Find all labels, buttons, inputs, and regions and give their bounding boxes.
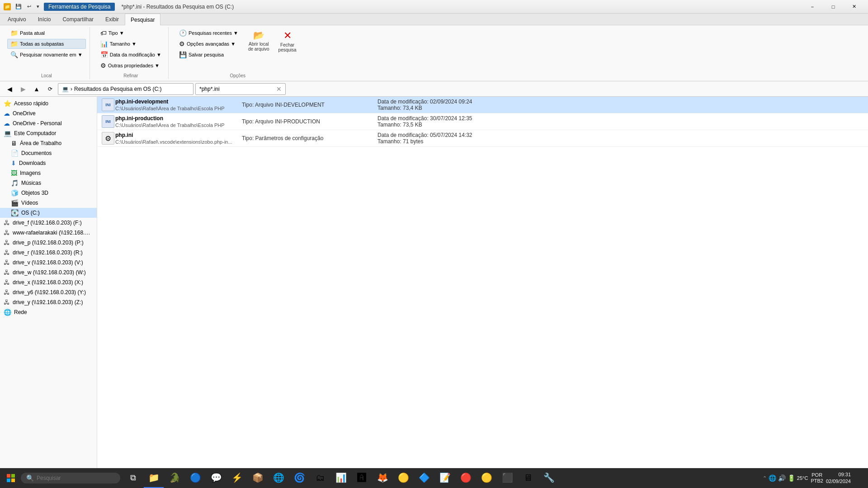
sidebar-item-musicas[interactable]: 🎵 Músicas — [0, 178, 97, 188]
tab-exibir[interactable]: Exibir — [99, 14, 125, 25]
table-row[interactable]: INI php.ini-development C:\Usuários\Rafa… — [97, 97, 868, 113]
file-type-3: Tipo: Parâmetros de configuração — [242, 135, 377, 141]
sidebar-item-rede[interactable]: 🌐 Rede — [0, 307, 97, 317]
data-mod-button[interactable]: 📅 Data da modificação ▼ — [97, 50, 165, 60]
tab-pesquisar[interactable]: Pesquisar — [125, 14, 160, 25]
sidebar-item-onedrive-personal[interactable]: ☁ OneDrive - Personal — [0, 118, 97, 128]
app-btn-4[interactable]: 🔵 — [185, 468, 205, 488]
sidebar-item-drive-x[interactable]: 🖧 drive_x (\\192.168.0.203) (X:) — [0, 277, 97, 287]
search-input[interactable] — [199, 86, 276, 92]
app-icon-3: 🐊 — [169, 472, 180, 483]
todas-subpastas-button[interactable]: 📁 Todas as subpastas — [7, 39, 86, 49]
sidebar-item-acesso-rapido[interactable]: ⭐ Acesso rápido — [0, 99, 97, 108]
sidebar-item-drive-w[interactable]: 🖧 drive_w (\\192.168.0.203) (W:) — [0, 267, 97, 277]
tipo-button[interactable]: 🏷 Tipo ▼ — [97, 28, 165, 38]
app-btn-11[interactable]: 🦊 — [373, 468, 392, 488]
app-btn-3[interactable]: 🐊 — [165, 468, 184, 488]
app-btn-13[interactable]: 📝 — [435, 468, 455, 488]
app-btn-edge[interactable]: 🌀 — [289, 468, 309, 488]
file-name-main-1: php.ini-development — [115, 99, 242, 105]
sidebar-item-area-trabalho[interactable]: 🖥 Área de Trabalho — [0, 138, 97, 148]
opcoes-avancadas-label: Opções avançadas ▼ — [187, 41, 236, 47]
pesquisar-novamente-button[interactable]: 🔍 Pesquisar novamente em ▼ — [7, 50, 86, 60]
windows-logo-icon — [7, 474, 15, 482]
back-button[interactable]: ◀ — [4, 83, 15, 95]
taskbar-search-input[interactable] — [37, 475, 109, 481]
sidebar-item-drive-y6[interactable]: 🖧 drive_y6 (\\192.168.0.203) (Y:) — [0, 287, 97, 297]
ini-icon-2: INI — [102, 115, 114, 128]
forward-button[interactable]: ▶ — [17, 83, 29, 95]
sidebar-item-documentos[interactable]: 📄 Documentos — [0, 148, 97, 158]
up-button[interactable]: ▲ — [31, 83, 42, 95]
app-btn-14[interactable]: 🔴 — [456, 468, 476, 488]
sidebar-item-videos[interactable]: 🎬 Vídeos — [0, 198, 97, 208]
minimize-button[interactable]: − — [802, 0, 823, 14]
app-btn-5[interactable]: 💬 — [206, 468, 226, 488]
sidebar-item-downloads[interactable]: ⬇ Downloads — [0, 158, 97, 168]
search-clear-icon[interactable]: ✕ — [276, 85, 282, 93]
app-btn-8[interactable]: 🗂 — [310, 468, 330, 488]
refresh-button[interactable]: ⟳ — [44, 83, 56, 95]
pesquisas-recentes-button[interactable]: 🕐 Pesquisas recentes ▼ — [176, 28, 241, 38]
maximize-button[interactable]: □ — [823, 0, 844, 14]
quick-access-toolbar: 💾 ↩ ▾ — [14, 3, 41, 10]
sidebar-item-imagens[interactable]: 🖼 Imagens — [0, 168, 97, 178]
tray-battery-icon[interactable]: 🔋 — [788, 474, 795, 482]
sidebar-item-os-c[interactable]: 💽 OS (C:) — [0, 208, 97, 218]
app-btn-17[interactable]: 🔧 — [539, 468, 559, 488]
abrir-local-button[interactable]: 📂 Abrir localde arquivo — [245, 28, 273, 53]
outras-prop-button[interactable]: ⚙ Outras propriedades ▼ — [97, 61, 165, 70]
save-qat-button[interactable]: 💾 — [14, 3, 24, 10]
app-btn-6[interactable]: ⚡ — [227, 468, 247, 488]
close-button[interactable]: ✕ — [844, 0, 864, 14]
sidebar-item-objetos-3d[interactable]: 🧊 Objetos 3D — [0, 188, 97, 198]
tray-network-icon[interactable]: 🌐 — [769, 474, 776, 482]
app-btn-16[interactable]: 🖥 — [518, 468, 538, 488]
salvar-pesquisa-button[interactable]: 💾 Salvar pesquisa — [176, 50, 241, 60]
task-view-button[interactable]: ⧉ — [123, 468, 143, 488]
qat-dropdown-button[interactable]: ▾ — [35, 3, 41, 10]
file-icon-2: INI — [101, 115, 115, 128]
app-btn-10[interactable]: 🅰 — [352, 468, 372, 488]
sidebar-item-drive-v[interactable]: 🖧 drive_v (\\192.168.0.203) (V:) — [0, 258, 97, 267]
file-explorer-button[interactable]: 📁 — [144, 468, 164, 488]
breadcrumb[interactable]: 💻 › Resultados da Pesquisa em OS (C:) — [58, 83, 193, 95]
taskbar-search-box[interactable]: 🔍 — [21, 473, 120, 483]
tab-compartilhar[interactable]: Compartilhar — [57, 14, 99, 25]
tamanho-button[interactable]: 📊 Tamanho ▼ — [97, 39, 165, 49]
app-btn-15[interactable]: 🟡 — [476, 468, 496, 488]
fechar-pesquisa-button[interactable]: ✕ Fecharpesquisa — [275, 28, 300, 54]
sidebar-item-drive-f[interactable]: 🖧 drive_f (\\192.168.0.203) (F:) — [0, 218, 97, 228]
undo-qat-button[interactable]: ↩ — [25, 3, 33, 10]
app-btn-9[interactable]: 📊 — [331, 468, 351, 488]
clock-button[interactable]: 09:31 02/09/2024 — [826, 471, 851, 485]
fechar-icon: ✕ — [283, 30, 292, 42]
sidebar-item-drive-www[interactable]: 🖧 www-rafaelarakaki (\\192.168.0.202) (J… — [0, 228, 97, 238]
abrir-local-icon: 📂 — [253, 30, 264, 41]
pasta-atual-button[interactable]: 📁 Pasta atual — [7, 28, 86, 38]
app-btn-vscode[interactable]: 🔷 — [414, 468, 434, 488]
refinar-group-label: Refinar — [123, 71, 138, 78]
sidebar-item-drive-y[interactable]: 🖧 drive_y (\\192.168.0.203) (Z:) — [0, 297, 97, 307]
sidebar-item-onedrive[interactable]: ☁ OneDrive — [0, 108, 97, 118]
show-desktop-button[interactable] — [854, 474, 863, 483]
tray-speaker-icon[interactable]: 🔊 — [778, 474, 786, 482]
app-btn-terminal[interactable]: ⬛ — [497, 468, 517, 488]
language-button[interactable]: POR PTB2 — [811, 472, 823, 484]
table-row[interactable]: ⚙ php.ini C:\Usuários\Rafael\.vscode\ext… — [97, 130, 868, 147]
app-btn-12[interactable]: 🟡 — [393, 468, 413, 488]
tab-arquivo[interactable]: Arquivo — [2, 14, 32, 25]
table-row[interactable]: INI php.ini-production C:\Usuários\Rafae… — [97, 113, 868, 130]
opcoes-avancadas-button[interactable]: ⚙ Opções avançadas ▼ — [176, 39, 241, 49]
sidebar-item-este-computador[interactable]: 💻 Este Computador — [0, 128, 97, 138]
start-button[interactable] — [2, 469, 20, 487]
tab-inicio[interactable]: Início — [32, 14, 57, 25]
search-box[interactable]: ✕ — [195, 83, 286, 95]
tray-up-arrow[interactable]: ⌃ — [763, 475, 767, 481]
sidebar-item-drive-p[interactable]: 🖧 drive_p (\\192.168.0.203) (P:) — [0, 238, 97, 248]
app-btn-7[interactable]: 📦 — [248, 468, 268, 488]
app-icon-13: 📝 — [439, 472, 451, 483]
sidebar-item-drive-r[interactable]: 🖧 drive_r (\\192.168.0.203) (R:) — [0, 248, 97, 258]
salvar-pesquisa-label: Salvar pesquisa — [189, 52, 224, 57]
app-btn-chrome[interactable]: 🌐 — [269, 468, 288, 488]
